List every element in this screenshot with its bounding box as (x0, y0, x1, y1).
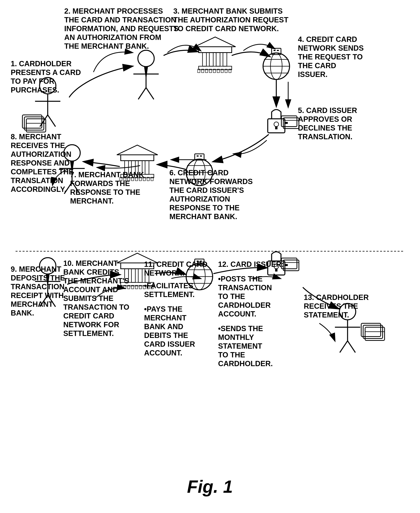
svg-text:2. MERCHANT PROCESSES: 2. MERCHANT PROCESSES (64, 7, 163, 15)
svg-text:SETTLEMENT.: SETTLEMENT. (63, 329, 114, 338)
svg-text:1. CARDHOLDER: 1. CARDHOLDER (11, 60, 71, 68)
svg-text:•SENDS THE: •SENDS THE (218, 324, 263, 333)
svg-text:CARDHOLDER: CARDHOLDER (218, 301, 271, 309)
svg-text:4. CREDIT CARD: 4. CREDIT CARD (298, 35, 357, 43)
svg-text:SETTLEMENT.: SETTLEMENT. (144, 290, 195, 299)
svg-text:THE CARD AND TRANSACTION: THE CARD AND TRANSACTION (64, 16, 176, 24)
svg-rect-67 (197, 155, 199, 157)
svg-text:THE MERCHANT BANK.: THE MERCHANT BANK. (64, 42, 149, 50)
svg-text:NETWORK FOR: NETWORK FOR (63, 321, 119, 329)
svg-text:MERCHANT BANK.: MERCHANT BANK. (169, 212, 237, 221)
svg-text:TRANSLATION: TRANSLATION (11, 176, 63, 185)
svg-rect-32 (274, 50, 276, 51)
svg-rect-0 (0, 0, 420, 513)
svg-text:12. CARD ISSUER:: 12. CARD ISSUER: (218, 260, 284, 268)
svg-text:ACCOUNT.: ACCOUNT. (218, 310, 256, 318)
svg-text:TRANSACTION: TRANSACTION (11, 283, 65, 291)
svg-text:THE MERCHANT'S: THE MERCHANT'S (63, 277, 129, 285)
svg-text:3. MERCHANT BANK SUBMITS: 3. MERCHANT BANK SUBMITS (173, 7, 283, 15)
svg-text:RESPONSE TO THE: RESPONSE TO THE (70, 188, 140, 196)
svg-text:MONTHLY: MONTHLY (218, 333, 254, 341)
svg-rect-68 (200, 155, 202, 157)
svg-rect-104 (275, 268, 278, 272)
svg-text:THE AUTHORIZATION REQUEST: THE AUTHORIZATION REQUEST (173, 16, 288, 24)
svg-text:MERCHANT.: MERCHANT. (70, 197, 114, 205)
svg-text:PURCHASES.: PURCHASES. (11, 86, 59, 94)
svg-text:AUTHORIZATION: AUTHORIZATION (11, 150, 71, 158)
svg-text:AN AUTHORIZATION FROM: AN AUTHORIZATION FROM (64, 33, 161, 41)
svg-text:5. CARD ISSUER: 5. CARD ISSUER (298, 106, 357, 114)
svg-rect-41 (275, 126, 278, 129)
svg-text:NETWORK FORWARDS: NETWORK FORWARDS (169, 177, 253, 186)
svg-text:TO CREDIT CARD NETWORK.: TO CREDIT CARD NETWORK. (173, 24, 279, 33)
svg-text:CREDIT CARD: CREDIT CARD (63, 312, 114, 320)
svg-text:10. MERCHANT: 10. MERCHANT (63, 259, 118, 267)
svg-rect-33 (277, 50, 279, 51)
svg-text:STATEMENT.: STATEMENT. (304, 311, 349, 319)
svg-text:MERCHANT: MERCHANT (11, 300, 53, 308)
svg-text:•PAYS THE: •PAYS THE (144, 305, 182, 313)
svg-text:INFORMATION, AND REQUESTS: INFORMATION, AND REQUESTS (64, 24, 179, 33)
svg-text:SUBMITS THE: SUBMITS THE (63, 294, 113, 302)
svg-text:ACCOUNT.: ACCOUNT. (144, 349, 182, 357)
svg-text:ACCOUNT AND: ACCOUNT AND (63, 286, 118, 294)
svg-text:CARDHOLDER.: CARDHOLDER. (218, 360, 273, 368)
svg-text:NETWORK SENDS: NETWORK SENDS (298, 44, 364, 52)
svg-text:ACCORDINGLY.: ACCORDINGLY. (11, 185, 66, 193)
svg-text:BANK AND: BANK AND (144, 323, 183, 331)
svg-text:APPROVES OR: APPROVES OR (298, 115, 352, 123)
svg-text:RESPONSE TO THE: RESPONSE TO THE (169, 204, 240, 212)
svg-text:DECLINES THE: DECLINES THE (298, 124, 352, 132)
svg-text:RESPONSE AND: RESPONSE AND (11, 159, 70, 167)
diagram-container: 1. CARDHOLDER PRESENTS A CARD TO PAY FOR… (0, 0, 420, 513)
svg-text:MERCHANT: MERCHANT (144, 314, 186, 322)
svg-text:AUTHORIZATION: AUTHORIZATION (169, 195, 230, 203)
svg-text:TO THE: TO THE (218, 351, 245, 359)
main-diagram-svg: 1. CARDHOLDER PRESENTS A CARD TO PAY FOR… (0, 0, 420, 513)
svg-text:BANK.: BANK. (11, 309, 34, 317)
svg-text:6. CREDIT CARD: 6. CREDIT CARD (169, 169, 229, 177)
svg-text:RECEIVES THE: RECEIVES THE (304, 302, 358, 310)
svg-text:COMPLETES THE: COMPLETES THE (11, 168, 74, 176)
svg-text:FORWARDS THE: FORWARDS THE (70, 179, 130, 188)
svg-text:CARD ISSUER: CARD ISSUER (144, 340, 195, 348)
svg-text:Fig. 1: Fig. 1 (187, 477, 233, 497)
svg-text:7. MERCHANT BANK: 7. MERCHANT BANK (70, 171, 144, 179)
svg-text:THE CARD: THE CARD (298, 61, 336, 70)
svg-rect-108 (284, 264, 288, 266)
svg-text:TRANSACTION: TRANSACTION (218, 284, 272, 292)
svg-rect-45 (284, 122, 288, 124)
svg-text:TRANSLATION.: TRANSLATION. (298, 133, 352, 141)
svg-text:THE REQUEST TO: THE REQUEST TO (298, 53, 363, 61)
svg-text:13. CARDHOLDER: 13. CARDHOLDER (304, 293, 369, 302)
svg-text:THE CARD ISSUER'S: THE CARD ISSUER'S (169, 186, 244, 194)
svg-text:11. CREDIT CARD: 11. CREDIT CARD (144, 260, 207, 268)
svg-text:•POSTS THE: •POSTS THE (218, 275, 263, 283)
svg-text:DEPOSITS THE: DEPOSITS THE (11, 274, 65, 282)
svg-text:PRESENTS A CARD: PRESENTS A CARD (11, 68, 81, 76)
svg-text:TO THE: TO THE (218, 292, 245, 301)
svg-text:RECEIPT WITH: RECEIPT WITH (11, 291, 64, 300)
svg-text:TO PAY FOR: TO PAY FOR (11, 77, 54, 85)
svg-text:9. MERCHANT: 9. MERCHANT (11, 265, 61, 273)
svg-text:STATEMENT: STATEMENT (218, 342, 262, 350)
svg-text:TRANSACTION TO: TRANSACTION TO (63, 303, 129, 311)
svg-text:•FACILITATES: •FACILITATES (144, 282, 193, 290)
svg-text:RECEIVES THE: RECEIVES THE (11, 141, 65, 150)
svg-text:8. MERCHANT: 8. MERCHANT (11, 133, 61, 141)
svg-text:ISSUER.: ISSUER. (298, 70, 328, 78)
svg-text:DEBITS THE: DEBITS THE (144, 331, 188, 339)
